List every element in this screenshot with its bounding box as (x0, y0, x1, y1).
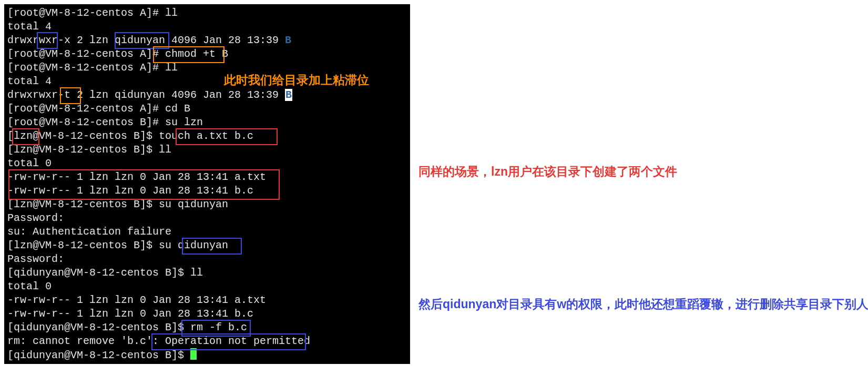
terminal-text: -rw-rw-r-- 1 lzn lzn 0 Jan 28 13:41 a.tx… (7, 294, 266, 306)
terminal-line: [qidunyan@VM-8-12-centos B]$ rm -f b.c (7, 321, 407, 335)
terminal-text: [root@VM-8-12-centos A]# ll (7, 7, 178, 19)
terminal-text: [root@VM-8-12-centos A]# cd B (7, 103, 190, 115)
terminal-text: [lzn@VM-8-12-centos B]$ touch a.txt b.c (7, 130, 253, 142)
terminal-line: [qidunyan@VM-8-12-centos B]$ (7, 348, 407, 362)
terminal-line: total 0 (7, 157, 407, 170)
terminal-text: total 4 (7, 21, 52, 33)
terminal-line: -rw-rw-r-- 1 lzn lzn 0 Jan 28 13:41 b.c (7, 184, 407, 198)
terminal-text: [root@VM-8-12-centos B]# su lzn (7, 116, 203, 128)
terminal-text: Password: (7, 212, 64, 224)
terminal-text: rm: cannot remove 'b.c': Operation not p… (7, 335, 310, 347)
terminal-text: total 0 (7, 157, 52, 169)
terminal-text: total 4 (7, 75, 52, 87)
terminal-line: [lzn@VM-8-12-centos B]$ touch a.txt b.c (7, 129, 407, 143)
cursor (190, 348, 197, 360)
terminal-text: drwxrwxr-t 2 lzn qidunyan 4096 Jan 28 13… (7, 89, 285, 101)
terminal-text: [lzn@VM-8-12-centos B]$ ll (7, 144, 171, 156)
terminal-text: B (285, 89, 292, 101)
terminal[interactable]: [root@VM-8-12-centos A]# lltotal 4drwxrw… (4, 4, 410, 364)
terminal-line: drwxrwxr-t 2 lzn qidunyan 4096 Jan 28 13… (7, 88, 407, 102)
terminal-line: [root@VM-8-12-centos A]# cd B (7, 102, 407, 116)
terminal-line: [lzn@VM-8-12-centos B]$ su qidunyan (7, 239, 407, 252)
terminal-text: Password: (7, 253, 64, 265)
terminal-text: [lzn@VM-8-12-centos B]$ su qidunyan (7, 239, 228, 251)
terminal-line: Password: (7, 252, 407, 266)
terminal-line: [lzn@VM-8-12-centos B]$ su qidunyan (7, 198, 407, 211)
terminal-line: -rw-rw-r-- 1 lzn lzn 0 Jan 28 13:41 a.tx… (7, 170, 407, 184)
terminal-text: total 0 (7, 280, 52, 292)
terminal-line: su: Authentication failure (7, 225, 407, 239)
terminal-line: total 4 (7, 20, 407, 34)
terminal-line: -rw-rw-r-- 1 lzn lzn 0 Jan 28 13:41 a.tx… (7, 293, 407, 307)
terminal-line: Password: (7, 211, 407, 225)
terminal-text: -rw-rw-r-- 1 lzn lzn 0 Jan 28 13:41 b.c (7, 185, 253, 197)
terminal-text: [lzn@VM-8-12-centos B]$ su qidunyan (7, 198, 228, 210)
terminal-line: total 0 (7, 280, 407, 293)
terminal-text: B (285, 34, 291, 46)
terminal-text: su: Authentication failure (7, 226, 171, 238)
terminal-line: [root@VM-8-12-centos A]# ll (7, 6, 407, 20)
terminal-line: rm: cannot remove 'b.c': Operation not p… (7, 335, 407, 348)
terminal-text: -rw-rw-r-- 1 lzn lzn 0 Jan 28 13:41 b.c (7, 308, 253, 320)
annotation-sticky-bit: 此时我们给目录加上粘滞位 (224, 70, 369, 89)
terminal-text: [qidunyan@VM-8-12-centos B]$ rm -f b.c (7, 321, 247, 333)
terminal-text: [qidunyan@VM-8-12-centos B]$ (7, 349, 190, 361)
terminal-text: [qidunyan@VM-8-12-centos B]$ ll (7, 267, 203, 279)
terminal-text: -rw-rw-r-- 1 lzn lzn 0 Jan 28 13:41 a.tx… (7, 171, 266, 183)
terminal-text: [root@VM-8-12-centos A]# ll (7, 62, 178, 74)
terminal-line: [lzn@VM-8-12-centos B]$ ll (7, 143, 407, 157)
terminal-line: [qidunyan@VM-8-12-centos B]$ ll (7, 266, 407, 280)
terminal-line: [root@VM-8-12-centos A]# chmod +t B (7, 47, 407, 61)
annotation-cannot-delete: 然后qidunyan对目录具有w的权限，此时他还想重蹈覆辙，进行删除共享目录下别… (418, 295, 868, 313)
terminal-text: drwxrwxr-x 2 lzn qidunyan 4096 Jan 28 13… (7, 34, 285, 46)
terminal-line: -rw-rw-r-- 1 lzn lzn 0 Jan 28 13:41 b.c (7, 307, 407, 321)
terminal-line: drwxrwxr-x 2 lzn qidunyan 4096 Jan 28 13… (7, 34, 407, 47)
annotation-create-files: 同样的场景，lzn用户在该目录下创建了两个文件 (418, 162, 677, 181)
terminal-line: [root@VM-8-12-centos B]# su lzn (7, 116, 407, 129)
terminal-text: [root@VM-8-12-centos A]# chmod +t B (7, 48, 228, 60)
